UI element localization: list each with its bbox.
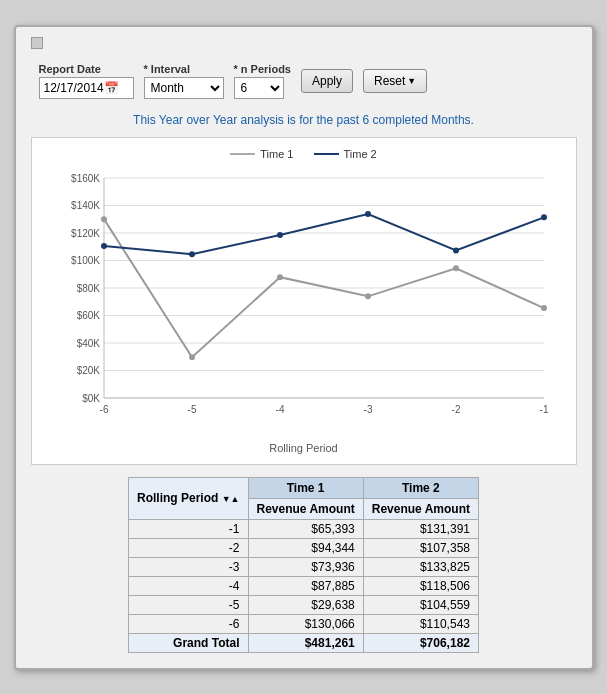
date-input[interactable]: 12/17/2014 📅 (39, 77, 134, 99)
t1-point-6 (541, 305, 547, 311)
cell-period: -3 (129, 557, 249, 576)
periods-group: n Periods 12345 678910 1112 (234, 63, 291, 99)
cell-t2: $104,559 (363, 595, 478, 614)
cell-t1: $130,066 (248, 614, 363, 633)
t2-point-3 (277, 232, 283, 238)
cell-t1: $94,344 (248, 538, 363, 557)
legend-time1: Time 1 (230, 148, 293, 160)
cell-t1: $73,936 (248, 557, 363, 576)
apply-button[interactable]: Apply (301, 69, 353, 93)
svg-text:$140K: $140K (71, 200, 100, 211)
date-value: 12/17/2014 (44, 81, 104, 95)
table-row: -1 $65,393 $131,391 (129, 519, 479, 538)
interval-group: Interval Month Quarter Year (144, 63, 224, 99)
chart-container: .y-label { font-size: 10px; fill: #555; … (42, 168, 566, 438)
window-icon (31, 37, 43, 49)
table-row: -3 $73,936 $133,825 (129, 557, 479, 576)
cell-t2: $133,825 (363, 557, 478, 576)
t2-point-6 (541, 214, 547, 220)
cell-t2: $131,391 (363, 519, 478, 538)
svg-text:$60K: $60K (76, 310, 100, 321)
cell-t2: $107,358 (363, 538, 478, 557)
group-header-t1: Time 1 (248, 477, 363, 498)
reset-dropdown-icon[interactable]: ▼ (407, 76, 416, 86)
grand-total-row: Grand Total $481,261 $706,182 (129, 633, 479, 652)
t2-point-5 (453, 247, 459, 253)
t1-point-3 (277, 274, 283, 280)
cell-period: -1 (129, 519, 249, 538)
svg-text:-6: -6 (99, 404, 108, 415)
x-axis-label: Rolling Period (42, 442, 566, 454)
sort-icon[interactable]: ▼▲ (222, 494, 240, 504)
reset-label: Reset (374, 74, 405, 88)
col-header-period: Rolling Period ▼▲ (129, 477, 249, 519)
chart-legend: Time 1 Time 2 (42, 148, 566, 160)
svg-text:$160K: $160K (71, 173, 100, 184)
cell-period: -2 (129, 538, 249, 557)
col-header-t1-revenue: Revenue Amount (248, 498, 363, 519)
line-chart: .y-label { font-size: 10px; fill: #555; … (54, 168, 554, 438)
cell-period: -6 (129, 614, 249, 633)
legend-time2-label: Time 2 (344, 148, 377, 160)
t1-point-4 (365, 293, 371, 299)
cell-t1: $87,885 (248, 576, 363, 595)
interval-label: Interval (144, 63, 224, 75)
t2-point-1 (101, 243, 107, 249)
table-row: -5 $29,638 $104,559 (129, 595, 479, 614)
cell-t2: $118,506 (363, 576, 478, 595)
data-table-container: Rolling Period ▼▲ Time 1 Time 2 Revenue … (31, 477, 577, 653)
periods-select[interactable]: 12345 678910 1112 (234, 77, 284, 99)
t1-point-2 (189, 354, 195, 360)
cell-t1: $29,638 (248, 595, 363, 614)
svg-text:$120K: $120K (71, 228, 100, 239)
svg-text:$0K: $0K (82, 393, 100, 404)
cell-period: -5 (129, 595, 249, 614)
grand-total-t2: $706,182 (363, 633, 478, 652)
grand-total-t1: $481,261 (248, 633, 363, 652)
svg-text:-5: -5 (187, 404, 196, 415)
t2-point-2 (189, 251, 195, 257)
t2-point-4 (365, 210, 371, 216)
col-header-t2-revenue: Revenue Amount (363, 498, 478, 519)
controls-row: Report Date 12/17/2014 📅 Interval Month … (31, 57, 577, 105)
group-header-t2: Time 2 (363, 477, 478, 498)
table-row: -6 $130,066 $110,543 (129, 614, 479, 633)
report-date-label: Report Date (39, 63, 134, 75)
interval-select[interactable]: Month Quarter Year (144, 77, 224, 99)
cell-t2: $110,543 (363, 614, 478, 633)
table-row: -4 $87,885 $118,506 (129, 576, 479, 595)
t1-point-5 (453, 265, 459, 271)
legend-time2-line (314, 153, 339, 155)
table-row: -2 $94,344 $107,358 (129, 538, 479, 557)
legend-time1-line (230, 153, 255, 155)
periods-label: n Periods (234, 63, 291, 75)
legend-time2: Time 2 (314, 148, 377, 160)
svg-text:-3: -3 (363, 404, 372, 415)
titlebar (31, 37, 577, 49)
svg-text:$80K: $80K (76, 283, 100, 294)
reset-button[interactable]: Reset ▼ (363, 69, 427, 93)
cell-t1: $65,393 (248, 519, 363, 538)
svg-text:$100K: $100K (71, 255, 100, 266)
svg-text:-2: -2 (451, 404, 460, 415)
chart-area: Time 1 Time 2 .y-label { font-size: 10px… (31, 137, 577, 465)
time2-line (104, 213, 544, 253)
calendar-icon[interactable]: 📅 (104, 81, 129, 95)
legend-time1-label: Time 1 (260, 148, 293, 160)
cell-period: -4 (129, 576, 249, 595)
t1-point-1 (101, 216, 107, 222)
grand-total-label: Grand Total (129, 633, 249, 652)
svg-text:-1: -1 (539, 404, 548, 415)
svg-text:$40K: $40K (76, 338, 100, 349)
report-date-group: Report Date 12/17/2014 📅 (39, 63, 134, 99)
svg-text:$20K: $20K (76, 365, 100, 376)
svg-text:-4: -4 (275, 404, 284, 415)
info-text: This Year over Year analysis is for the … (31, 113, 577, 127)
main-window: Report Date 12/17/2014 📅 Interval Month … (14, 25, 594, 670)
data-table: Rolling Period ▼▲ Time 1 Time 2 Revenue … (128, 477, 479, 653)
